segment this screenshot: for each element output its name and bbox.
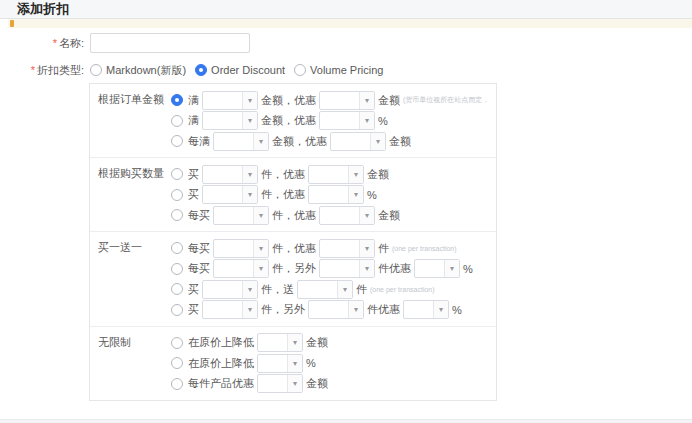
radio-button[interactable] — [171, 337, 183, 349]
radio-button[interactable] — [171, 94, 183, 106]
radio-button[interactable] — [171, 189, 183, 201]
rule-option-row: 在原价上降低▾% — [171, 354, 488, 373]
value-select[interactable]: ▾ — [403, 300, 449, 319]
option-text: 件优惠 — [378, 261, 411, 276]
select-value — [203, 112, 242, 129]
value-select[interactable]: ▾ — [202, 300, 258, 319]
radio-button[interactable] — [171, 304, 183, 316]
value-select[interactable]: ▾ — [257, 333, 303, 352]
value-select[interactable]: ▾ — [308, 300, 364, 319]
value-select[interactable]: ▾ — [257, 354, 303, 373]
option-text: 件，优惠 — [272, 241, 316, 256]
select-value — [214, 133, 253, 150]
select-value — [258, 355, 287, 372]
option-text: 件，另外 — [261, 302, 305, 317]
value-select[interactable]: ▾ — [319, 259, 375, 278]
chevron-down-icon: ▾ — [253, 260, 268, 277]
select-value — [298, 281, 337, 298]
rule-option-row: 满▾金额，优惠▾% — [171, 111, 488, 130]
option-text: 每件产品优惠 — [188, 376, 254, 391]
select-value — [404, 301, 433, 318]
chevron-down-icon: ▾ — [348, 186, 363, 203]
discount-rules-row: 根据订单金额满▾金额，优惠▾金额(货币单位视所在站点而定，下同)满▾金额，优惠▾… — [0, 83, 692, 401]
option-text: 金额 — [378, 208, 400, 223]
name-input[interactable] — [90, 33, 250, 53]
option-text: 件，送 — [261, 282, 294, 297]
value-select[interactable]: ▾ — [330, 132, 386, 151]
value-select[interactable]: ▾ — [202, 280, 258, 299]
value-select[interactable]: ▾ — [202, 111, 258, 130]
select-value — [331, 133, 370, 150]
rule-option-row: 买▾件，优惠▾金额 — [171, 165, 488, 184]
option-text: 金额，优惠 — [272, 134, 327, 149]
radio-button[interactable] — [294, 64, 306, 76]
radio-button[interactable] — [90, 64, 102, 76]
value-select[interactable]: ▾ — [202, 185, 258, 204]
chevron-down-icon: ▾ — [370, 133, 385, 150]
option-text: 件，优惠 — [272, 208, 316, 223]
section-rows: 满▾金额，优惠▾金额(货币单位视所在站点而定，下同)满▾金额，优惠▾%每满▾金额… — [171, 89, 488, 152]
select-value — [203, 92, 242, 109]
value-select[interactable]: ▾ — [257, 374, 303, 393]
radio-button[interactable] — [171, 115, 183, 127]
value-select[interactable]: ▾ — [202, 165, 258, 184]
select-value — [320, 112, 359, 129]
value-select[interactable]: ▾ — [308, 185, 364, 204]
radio-button[interactable] — [195, 64, 207, 76]
required-mark: * — [53, 37, 57, 49]
section-rows: 买▾件，优惠▾金额买▾件，优惠▾%每买▾件，优惠▾金额 — [171, 163, 488, 226]
chevron-down-icon: ▾ — [337, 281, 352, 298]
select-value — [320, 260, 359, 277]
discount-type-option-0[interactable]: Markdown(新版) — [90, 63, 186, 78]
discount-type-label: *折扣类型: — [0, 63, 84, 78]
value-select[interactable]: ▾ — [213, 132, 269, 151]
chevron-down-icon: ▾ — [348, 166, 363, 183]
option-text: 满 — [188, 93, 199, 108]
discount-type-option-2[interactable]: Volume Pricing — [294, 64, 383, 76]
radio-button[interactable] — [171, 357, 183, 369]
value-select[interactable]: ▾ — [213, 239, 269, 258]
value-select[interactable]: ▾ — [308, 165, 364, 184]
select-value — [320, 240, 359, 257]
option-text: 买 — [188, 167, 199, 182]
section-rows: 每买▾件，优惠▾件(one per transaction)每买▾件，另外▾件优… — [171, 237, 488, 321]
select-value — [309, 301, 348, 318]
value-select[interactable]: ▾ — [297, 280, 353, 299]
option-note: (one per transaction) — [370, 286, 435, 293]
discount-type-option-1[interactable]: Order Discount — [195, 64, 285, 76]
radio-button[interactable] — [171, 283, 183, 295]
value-select[interactable]: ▾ — [319, 206, 375, 225]
chevron-down-icon: ▾ — [444, 260, 459, 277]
value-select[interactable]: ▾ — [202, 91, 258, 110]
option-text: % — [306, 357, 316, 369]
radio-button[interactable] — [171, 378, 183, 390]
chevron-down-icon: ▾ — [287, 334, 302, 351]
option-text: 金额 — [367, 167, 389, 182]
value-select[interactable]: ▾ — [319, 91, 375, 110]
rule-option-row: 买▾件，送▾件(one per transaction) — [171, 280, 488, 299]
section-label: 根据购买数量 — [98, 163, 171, 226]
radio-button[interactable] — [171, 209, 183, 221]
option-text: 金额 — [378, 93, 400, 108]
option-text: 件，优惠 — [261, 167, 305, 182]
rule-section-2: 买一送一每买▾件，优惠▾件(one per transaction)每买▾件，另… — [90, 231, 496, 326]
option-text: 在原价上降低 — [188, 356, 254, 371]
value-select[interactable]: ▾ — [414, 259, 460, 278]
rule-option-row: 每买▾件，优惠▾件(one per transaction) — [171, 239, 488, 258]
chevron-down-icon: ▾ — [287, 355, 302, 372]
section-label: 买一送一 — [98, 237, 171, 321]
value-select[interactable]: ▾ — [213, 259, 269, 278]
radio-option-label: Markdown(新版) — [106, 63, 186, 78]
radio-button[interactable] — [171, 135, 183, 147]
value-select[interactable]: ▾ — [319, 111, 375, 130]
chevron-down-icon: ▾ — [242, 186, 257, 203]
radio-button[interactable] — [171, 263, 183, 275]
option-text: % — [367, 189, 377, 201]
radio-button[interactable] — [171, 168, 183, 180]
value-select[interactable]: ▾ — [319, 239, 375, 258]
chevron-down-icon: ▾ — [359, 112, 374, 129]
select-value — [309, 186, 348, 203]
radio-button[interactable] — [171, 242, 183, 254]
value-select[interactable]: ▾ — [213, 206, 269, 225]
discount-rules-box: 根据订单金额满▾金额，优惠▾金额(货币单位视所在站点而定，下同)满▾金额，优惠▾… — [89, 83, 497, 401]
